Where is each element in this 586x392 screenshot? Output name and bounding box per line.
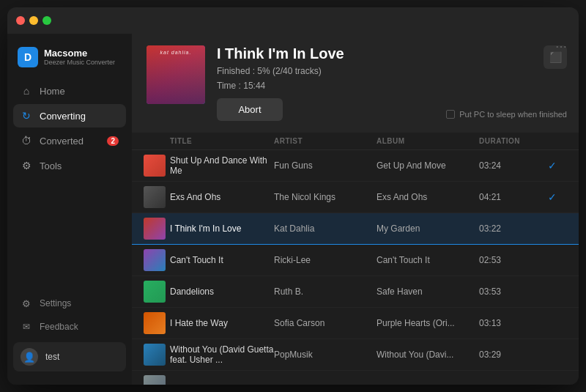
track-list-container[interactable]: TITLE ARTIST ALBUM DURATION Shut Up And …	[132, 133, 579, 385]
settings-icon: ⚙	[21, 297, 32, 309]
album-art-artist: kat dahlia.	[146, 50, 205, 55]
track-thumbnail	[144, 281, 166, 303]
table-row[interactable]: I Think I'm In Love Kat Dahlia My Garden…	[132, 213, 579, 245]
track-title-col: I Hate the Way	[170, 318, 274, 328]
col-artist: ARTIST	[274, 137, 377, 145]
track-artist: The Nicol Kings	[274, 192, 377, 202]
col-duration: DURATION	[479, 137, 538, 145]
sidebar-bottom: ⚙ Settings ✉ Feedback 👤 test	[7, 286, 132, 377]
converting-icon: ↻	[21, 110, 32, 122]
track-rows: Shut Up And Dance With Me Fun Guns Get U…	[132, 150, 579, 385]
user-profile[interactable]: 👤 test	[13, 342, 126, 371]
track-artist: Ricki-Lee	[274, 255, 377, 265]
track-thumbnail	[144, 312, 166, 334]
table-row[interactable]: Dandelions Ruth B. Safe Haven 03:53	[132, 276, 579, 308]
track-title-col: Can't Touch It	[170, 255, 274, 265]
converted-icon: ⏱	[21, 135, 32, 147]
user-name: test	[45, 352, 59, 362]
track-thumbnail	[144, 186, 166, 208]
table-row[interactable]: Exs And Ohs The Nicol Kings Exs And Ohs …	[132, 182, 579, 213]
sleep-label: Put PC to sleep when finished	[459, 110, 567, 119]
track-duration: 03:24	[479, 160, 538, 171]
track-name: ...	[170, 381, 177, 385]
track-name: Exs And Ohs	[170, 192, 220, 202]
track-album: Safe Haven	[377, 286, 479, 297]
user-avatar: 👤	[21, 348, 38, 366]
sidebar-nav: ⌂ Home ↻ Converting ⏱ Converted 2 ⚙ Tool…	[7, 79, 132, 286]
track-duration: 03:29	[479, 350, 538, 360]
track-thumb-col	[144, 344, 170, 366]
sidebar-item-converting-label: Converting	[40, 111, 86, 122]
check-icon: ✓	[548, 191, 557, 203]
track-thumb-col	[144, 249, 170, 271]
track-thumb-col	[144, 218, 170, 240]
track-title-col: ...	[170, 381, 274, 385]
minimize-button[interactable]	[29, 16, 38, 25]
close-button[interactable]	[16, 16, 25, 25]
table-row[interactable]: Without You (David Guetta feat. Usher ..…	[132, 339, 579, 371]
track-title-col: Exs And Ohs	[170, 192, 274, 202]
track-list-header: TITLE ARTIST ALBUM DURATION	[132, 133, 579, 150]
feedback-icon: ✉	[21, 321, 32, 333]
album-art-inner: kat dahlia.	[146, 45, 205, 104]
brand-area: D Macsome Deezer Music Converter	[7, 41, 132, 79]
track-album: My Garden	[377, 223, 479, 234]
sidebar-item-tools-label: Tools	[40, 160, 62, 171]
sidebar-settings-label: Settings	[40, 298, 71, 308]
track-name: Without You (David Guetta feat. Usher ..…	[170, 344, 274, 365]
table-row[interactable]: Can't Touch It Ricki-Lee Can't Touch It …	[132, 245, 579, 276]
track-album: Can't Touch It	[377, 255, 479, 265]
check-icon: ✓	[548, 160, 557, 171]
sleep-checkbox[interactable]	[446, 110, 455, 119]
sidebar-item-settings[interactable]: ⚙ Settings	[13, 292, 126, 314]
tools-icon: ⚙	[21, 160, 32, 171]
track-thumbnail	[144, 249, 166, 271]
menu-dots-icon[interactable]: ⋯	[555, 40, 567, 53]
traffic-lights	[16, 16, 51, 25]
content-area: kat dahlia. I Think I'm In Love Finished…	[132, 34, 579, 385]
brand-sub: Deezer Music Converter	[44, 59, 115, 67]
sleep-option: Put PC to sleep when finished	[446, 110, 567, 119]
track-duration: 03:22	[479, 223, 538, 234]
track-artist: Kat Dahlia	[274, 223, 377, 234]
track-thumb-col	[144, 312, 170, 334]
title-bar	[7, 7, 579, 34]
sidebar-item-home-label: Home	[40, 86, 65, 97]
track-thumb-col	[144, 186, 170, 208]
track-duration: 03:53	[479, 286, 538, 297]
table-row[interactable]: I Hate the Way Sofia Carson Purple Heart…	[132, 308, 579, 339]
track-thumb-col	[144, 375, 170, 385]
table-row[interactable]: ...	[132, 371, 579, 385]
track-artist: PopMusik	[274, 350, 377, 360]
col-album: ALBUM	[377, 137, 479, 145]
track-name: Can't Touch It	[170, 255, 223, 265]
brand-text-area: Macsome Deezer Music Converter	[44, 48, 115, 67]
sidebar-item-home[interactable]: ⌂ Home	[13, 79, 126, 103]
sidebar-item-tools[interactable]: ⚙ Tools	[13, 154, 126, 177]
track-artist: Fun Guns	[274, 160, 377, 171]
table-row[interactable]: Shut Up And Dance With Me Fun Guns Get U…	[132, 150, 579, 182]
track-name: I Think I'm In Love	[170, 223, 241, 234]
track-thumbnail	[144, 344, 166, 366]
content-header: kat dahlia. I Think I'm In Love Finished…	[132, 34, 579, 133]
track-duration: 02:53	[479, 255, 538, 265]
brand-logo: D	[18, 47, 38, 67]
track-thumb-col	[144, 155, 170, 177]
maximize-button[interactable]	[42, 16, 51, 25]
track-title-col: Dandelions	[170, 286, 274, 297]
sidebar-item-converted[interactable]: ⏱ Converted 2	[13, 129, 126, 152]
header-right: ⬛ Put PC to sleep when finished	[446, 45, 567, 119]
album-art: kat dahlia.	[146, 45, 205, 104]
track-status: ✓	[538, 160, 567, 171]
home-icon: ⌂	[21, 85, 32, 97]
sidebar-item-feedback[interactable]: ✉ Feedback	[13, 316, 126, 338]
track-thumb-col	[144, 281, 170, 303]
track-album: Get Up And Move	[377, 160, 479, 171]
track-artist: Ruth B.	[274, 286, 377, 297]
sidebar-item-converting[interactable]: ↻ Converting	[13, 104, 126, 127]
abort-button[interactable]: Abort	[217, 98, 283, 121]
col-title: TITLE	[170, 137, 274, 145]
track-title-col: I Think I'm In Love	[170, 223, 274, 234]
track-album: Without You (Davi...	[377, 350, 479, 360]
track-duration: 04:21	[479, 192, 538, 202]
